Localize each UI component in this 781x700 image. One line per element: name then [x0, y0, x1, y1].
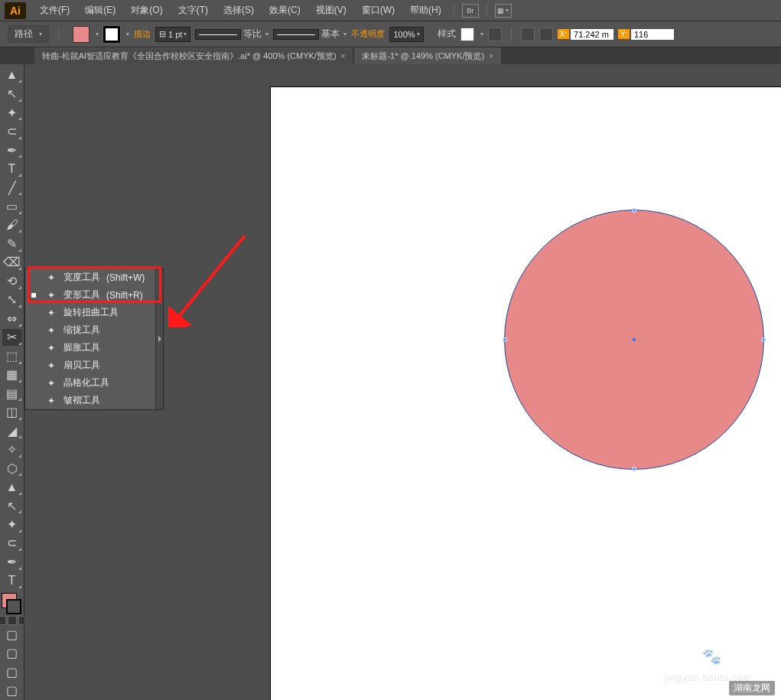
document-tab-bar: 转曲-松鼠AI智适应教育《全国合作校校区安全指南》.ai* @ 400% (CM…	[0, 47, 781, 64]
eyedropper-tool[interactable]: ✧	[2, 441, 22, 457]
menu-select[interactable]: 选择(S)	[216, 4, 262, 17]
shape-builder-tool[interactable]: ▦	[2, 366, 22, 383]
pen-tool[interactable]: ✒	[2, 142, 22, 158]
selection-type[interactable]: 路径 ▾	[8, 25, 49, 43]
direct-selection-tool[interactable]: ↖	[2, 85, 22, 102]
draw-inside-icon[interactable]: ▢	[2, 663, 22, 680]
eraser-tool[interactable]: ⟲	[2, 272, 22, 289]
close-icon[interactable]: ×	[341, 52, 346, 60]
menu-effect[interactable]: 效果(C)	[262, 4, 308, 17]
mesh-tool[interactable]: ◫	[2, 403, 22, 420]
artboard-tool[interactable]: ✦	[2, 516, 22, 532]
selected-indicator	[31, 275, 36, 280]
flyout-label: 旋转扭曲工具	[63, 306, 119, 319]
tool-icon: ✦	[45, 289, 57, 301]
arrange-docs-icon[interactable]: ▦▾	[495, 4, 512, 18]
zoom-tool[interactable]: T	[2, 572, 22, 589]
watermark-baidu: Bai🐾经验	[667, 643, 766, 669]
selected-indicator	[31, 328, 36, 333]
flyout-label: 缩拢工具	[63, 324, 100, 337]
paintbrush-tool[interactable]: 🖌	[2, 217, 22, 233]
x-value[interactable]: 71.242 m	[571, 29, 613, 40]
selected-indicator	[31, 363, 36, 368]
options-bar: 路径 ▾ ▾ ▾ 描边 ⊟ 1 pt▾ 等比▾ 基本▾ 不透明度 100%▾ 样…	[0, 21, 781, 47]
blob-brush-tool[interactable]: ⌫	[2, 254, 22, 271]
selected-indicator	[31, 381, 36, 386]
flyout-item-0[interactable]: ✦宽度工具 (Shift+W)	[25, 269, 163, 286]
type-tool[interactable]: T	[2, 160, 22, 177]
variable-width-profile[interactable]	[195, 29, 241, 40]
y-label: Y:	[618, 29, 630, 39]
gradient-mode[interactable]	[8, 616, 17, 625]
recolor-icon[interactable]	[488, 28, 502, 41]
screen-mode-icon[interactable]: ▢	[2, 682, 22, 699]
color-mode-row	[0, 616, 28, 625]
flyout-item-1[interactable]: ✦变形工具 (Shift+R)	[25, 286, 163, 304]
menu-view[interactable]: 视图(V)	[308, 4, 354, 17]
selection-tool[interactable]: ▲	[2, 67, 22, 83]
opacity-label: 不透明度	[351, 28, 385, 40]
line-tool[interactable]: ╱	[2, 179, 22, 196]
menu-window[interactable]: 窗口(W)	[354, 4, 402, 17]
menu-type[interactable]: 文字(T)	[171, 4, 216, 17]
flyout-item-5[interactable]: ✦扇贝工具	[25, 357, 163, 374]
document-tab-active[interactable]: 未标题-1* @ 149% (CMYK/预览) ×	[354, 47, 501, 64]
free-transform-tool[interactable]: ⬚	[2, 347, 22, 364]
path-label: 路径	[15, 28, 33, 41]
opacity-input[interactable]: 100%▾	[389, 27, 423, 42]
flyout-item-2[interactable]: ✦旋转扭曲工具	[25, 304, 163, 321]
magic-wand-tool[interactable]: ✦	[2, 104, 22, 121]
tool-icon: ✦	[45, 324, 57, 337]
tool-icon: ✦	[45, 360, 57, 372]
fill-color-swatch[interactable]	[73, 26, 89, 43]
width-tool[interactable]: ✂	[2, 329, 22, 346]
draw-normal-icon[interactable]: ▢	[2, 626, 22, 643]
hand-tool[interactable]: ✒	[2, 553, 22, 570]
style-label: 样式	[438, 28, 456, 41]
stroke-width-input[interactable]: ⊟ 1 pt▾	[155, 27, 190, 42]
tearoff-handle[interactable]	[155, 269, 163, 409]
tools-panel: ▲↖✦⊂✒T╱▭🖌✎⌫⟲⤡⇔✂⬚▦▤◫◢✧⬡▲↖✦⊂✒T▢▢▢▢	[0, 64, 24, 700]
color-mode[interactable]	[0, 616, 6, 625]
transform-icon[interactable]	[539, 28, 553, 41]
flyout-item-3[interactable]: ✦缩拢工具	[25, 321, 163, 339]
menu-object[interactable]: 对象(O)	[123, 4, 170, 17]
scale-tool[interactable]: ⇔	[2, 310, 22, 327]
menu-file[interactable]: 文件(F)	[32, 4, 77, 17]
flyout-shortcut: (Shift+R)	[106, 290, 143, 301]
tab-title: 转曲-松鼠AI智适应教育《全国合作校校区安全指南》.ai* @ 400% (CM…	[42, 50, 337, 62]
flyout-item-4[interactable]: ✦膨胀工具	[25, 339, 163, 357]
close-icon[interactable]: ×	[489, 52, 493, 60]
symbol-sprayer-tool[interactable]: ▲	[2, 478, 22, 495]
selected-indicator	[31, 293, 36, 298]
tool-icon: ✦	[45, 307, 57, 319]
document-tab[interactable]: 转曲-松鼠AI智适应教育《全国合作校校区安全指南》.ai* @ 400% (CM…	[34, 47, 353, 64]
perspective-grid-tool[interactable]: ▤	[2, 385, 22, 402]
blend-tool[interactable]: ⬡	[2, 460, 22, 477]
flyout-label: 宽度工具	[63, 271, 100, 284]
draw-behind-icon[interactable]: ▢	[2, 645, 22, 662]
flyout-shortcut: (Shift+W)	[106, 272, 145, 283]
rotate-tool[interactable]: ⤡	[2, 291, 22, 308]
brush-definition[interactable]	[273, 29, 319, 40]
stroke-color-swatch[interactable]	[103, 26, 120, 43]
y-value[interactable]: 116	[631, 29, 674, 40]
ellipse-shape[interactable]	[504, 210, 764, 470]
fill-stroke-indicator[interactable]	[2, 593, 23, 614]
graphic-style-swatch[interactable]	[460, 28, 474, 41]
slice-tool[interactable]: ⊂	[2, 535, 22, 552]
pencil-tool[interactable]: ✎	[2, 235, 22, 252]
align-icon[interactable]	[521, 28, 535, 41]
stroke-label: 描边	[134, 28, 151, 40]
flyout-item-6[interactable]: ✦晶格化工具	[25, 374, 163, 392]
column-graph-tool[interactable]: ↖	[2, 497, 22, 514]
rectangle-tool[interactable]: ▭	[2, 197, 22, 214]
menu-help[interactable]: 帮助(H)	[402, 4, 449, 17]
bridge-icon[interactable]: Br	[462, 4, 479, 18]
watermark-corner: 湖南龙网	[729, 681, 775, 695]
x-label: X:	[558, 29, 569, 39]
flyout-item-7[interactable]: ✦皱褶工具	[25, 392, 163, 409]
gradient-tool[interactable]: ◢	[2, 422, 22, 439]
menu-edit[interactable]: 编辑(E)	[77, 4, 123, 17]
lasso-tool[interactable]: ⊂	[2, 122, 22, 139]
